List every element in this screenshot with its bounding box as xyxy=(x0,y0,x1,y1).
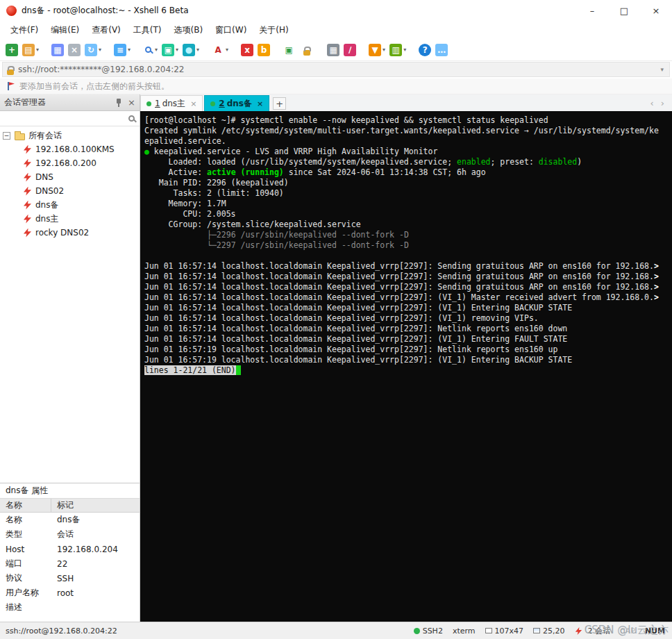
fullscreen-icon-glyph: ▣ xyxy=(283,44,295,56)
status-screen-size: 107x47 xyxy=(485,626,524,636)
panel-close-icon[interactable]: × xyxy=(128,97,135,108)
chat-icon[interactable]: … xyxy=(435,44,448,56)
session-manager-icon-glyph: ▦ xyxy=(51,44,64,56)
xftp-app-icon[interactable]: b xyxy=(258,44,270,56)
menu-item[interactable]: 工具(T) xyxy=(127,22,168,39)
tab-scroll-right-icon[interactable]: › xyxy=(657,98,668,108)
cursor-pos-icon xyxy=(533,628,540,633)
reconnect-icon[interactable]: ↻▾ xyxy=(85,44,101,56)
session-item[interactable]: dns备 xyxy=(0,198,140,212)
dropdown-caret-icon[interactable]: ▾ xyxy=(128,47,131,53)
tab-scroll-left-icon[interactable]: ‹ xyxy=(647,98,657,108)
find-icon[interactable]: ▾ xyxy=(143,44,158,55)
status-cursor-pos-label: 25,20 xyxy=(543,626,565,636)
properties-icon-glyph: ≡ xyxy=(114,44,126,56)
menu-item[interactable]: 编辑(E) xyxy=(44,22,85,39)
property-value xyxy=(51,600,140,615)
open-folder-icon[interactable]: ▤▾ xyxy=(22,44,39,56)
property-value: SSH xyxy=(51,571,140,586)
pin-icon[interactable] xyxy=(115,98,122,108)
session-item-label: rocky DNS02 xyxy=(35,228,89,238)
tab-close-icon[interactable]: × xyxy=(257,99,263,108)
terminal-screen[interactable]: [root@localhost ~]# systemctl enable --n… xyxy=(140,111,672,622)
session-manager-panel: 会话管理器 × −所有会话192.168.0.100KMS192.168.0.2… xyxy=(0,94,140,483)
menu-item[interactable]: 查看(V) xyxy=(85,22,127,39)
maximize-button[interactable]: □ xyxy=(608,0,640,21)
terminal-line: Jun 01 16:57:14 localhost.localdomain Ke… xyxy=(144,313,672,324)
dropdown-caret-icon[interactable]: ▾ xyxy=(176,47,178,53)
lock-icon[interactable] xyxy=(299,44,314,56)
session-item[interactable]: 192.168.0.200 xyxy=(0,156,140,170)
property-value: 22 xyxy=(51,556,140,571)
tab-label: dns主 xyxy=(162,98,185,110)
dropdown-caret-icon[interactable]: ▾ xyxy=(196,47,199,53)
chevron-down-icon[interactable]: ▾ xyxy=(660,66,664,73)
fullscreen-icon[interactable]: ▣ xyxy=(283,44,295,56)
minimize-button[interactable]: – xyxy=(576,0,608,21)
compose-icon[interactable]: ▣▾ xyxy=(162,44,178,56)
keypad-icon[interactable]: ▦ xyxy=(327,44,339,56)
new-tab-button[interactable]: + xyxy=(273,97,286,110)
terminal-line: [root@localhost ~]# systemctl enable --n… xyxy=(144,115,672,126)
disconnect-icon-glyph: × xyxy=(68,44,81,56)
session-manager-icon[interactable]: ▦ xyxy=(51,44,64,56)
session-item[interactable]: 192.168.0.100KMS xyxy=(0,142,140,156)
dropdown-caret-icon[interactable]: ▾ xyxy=(99,47,101,53)
menu-item[interactable]: 选项(B) xyxy=(168,22,210,39)
session-item-label: DNS02 xyxy=(35,186,64,196)
properties-rows: 名称dns备类型会话Host192.168.0.204端口22协议SSH用户名称… xyxy=(0,513,140,615)
close-button[interactable]: × xyxy=(640,0,672,21)
session-tab[interactable]: 1dns主× xyxy=(140,95,203,111)
dropdown-caret-icon[interactable]: ▾ xyxy=(403,47,406,53)
xshell-app-icon[interactable]: x xyxy=(241,44,253,56)
session-item[interactable]: DNS02 xyxy=(0,184,140,198)
session-item[interactable]: DNS xyxy=(0,170,140,184)
terminal-line: CPU: 2.005s xyxy=(144,209,672,219)
menu-item[interactable]: 文件(F) xyxy=(4,22,44,39)
session-icon xyxy=(24,201,31,210)
collapse-icon[interactable]: − xyxy=(3,132,10,140)
dropdown-caret-icon[interactable]: ▾ xyxy=(36,47,39,53)
encoding-globe-icon-glyph: ● xyxy=(183,44,195,56)
tab-number: 1 xyxy=(155,99,160,108)
xshell-window: dns备 - root@localhost:~ - Xshell 6 Beta … xyxy=(0,0,672,639)
session-item[interactable]: dns主 xyxy=(0,212,140,226)
property-row: Host192.168.0.204 xyxy=(0,542,140,556)
lock-icon xyxy=(7,69,14,75)
property-row: 协议SSH xyxy=(0,571,140,586)
tab-strip: 1dns主×2dns备×+‹› xyxy=(140,94,672,111)
reconnect-icon-glyph: ↻ xyxy=(85,44,97,56)
status-protocol-label: SSH2 xyxy=(423,626,443,636)
layout-icon-glyph: ▥ xyxy=(389,44,402,56)
terminal-line: lines 1-21/21 (END) xyxy=(144,365,672,376)
session-tab[interactable]: 2dns备× xyxy=(204,95,269,111)
session-root-folder[interactable]: −所有会话 xyxy=(0,128,140,142)
property-label: 端口 xyxy=(0,556,51,571)
address-field[interactable]: ssh://root:**********@192.168.0.204:22 ▾ xyxy=(2,62,670,77)
terminal-line: Loaded: loaded (/usr/lib/systemd/system/… xyxy=(144,157,672,167)
font-icon[interactable]: A▾ xyxy=(212,44,228,56)
new-session-icon[interactable]: + xyxy=(6,44,18,56)
highlighter-icon[interactable]: ∕ xyxy=(344,44,356,56)
properties-icon[interactable]: ≡▾ xyxy=(114,44,131,56)
terminal-line: Jun 01 16:57:14 localhost.localdomain Ke… xyxy=(144,292,672,303)
flag-icon xyxy=(7,82,14,90)
encoding-globe-icon[interactable]: ●▾ xyxy=(183,44,199,56)
dropdown-caret-icon[interactable]: ▾ xyxy=(383,47,385,53)
property-row: 描述 xyxy=(0,600,140,615)
layout-icon[interactable]: ▥▾ xyxy=(389,44,406,56)
session-search-input[interactable] xyxy=(3,113,126,125)
properties-col-name: 名称 xyxy=(0,499,51,512)
menu-item[interactable]: 窗口(W) xyxy=(209,22,253,39)
lock-glyph xyxy=(303,50,310,56)
search-icon[interactable] xyxy=(128,115,135,122)
terminal-line: Memory: 1.7M xyxy=(144,199,672,209)
session-item[interactable]: rocky DNS02 xyxy=(0,226,140,240)
disconnect-icon[interactable]: × xyxy=(68,44,81,56)
menu-item[interactable]: 关于(H) xyxy=(253,22,294,39)
transfer-folder-icon[interactable]: ▼▾ xyxy=(369,44,385,56)
dropdown-caret-icon[interactable]: ▾ xyxy=(226,47,228,53)
tab-close-icon[interactable]: × xyxy=(190,99,196,108)
dropdown-caret-icon[interactable]: ▾ xyxy=(155,47,158,53)
help-icon[interactable]: ? xyxy=(419,44,431,56)
